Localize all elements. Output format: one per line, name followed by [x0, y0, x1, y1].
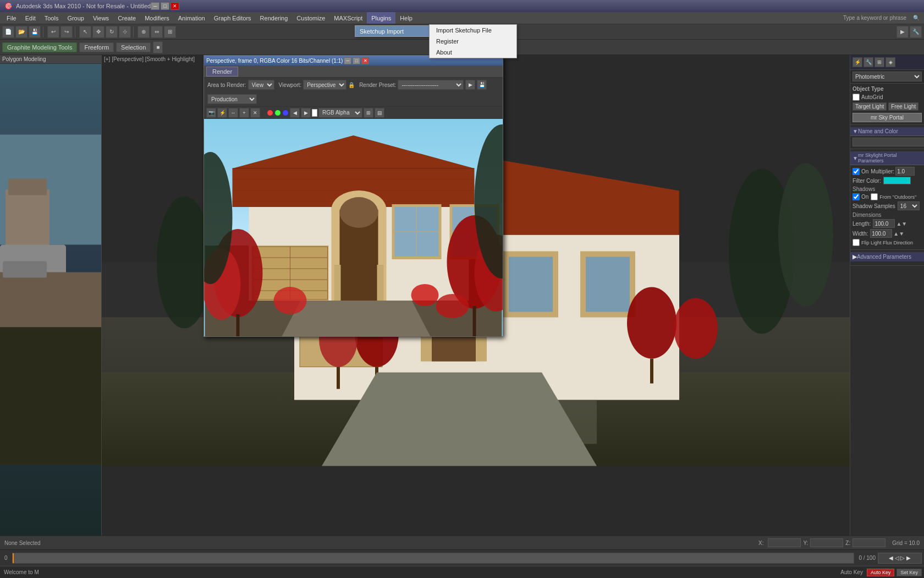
- minimize-button[interactable]: ─: [151, 2, 160, 10]
- register-item[interactable]: Register: [430, 36, 516, 47]
- filter-color-swatch[interactable]: [883, 177, 911, 184]
- channel-right[interactable]: ▶: [301, 108, 311, 118]
- render-setup-btn[interactable]: 🔧: [910, 26, 922, 38]
- target-light-btn[interactable]: Target Light: [853, 102, 887, 111]
- autogrid-checkbox[interactable]: [853, 94, 860, 101]
- width-input[interactable]: [870, 229, 892, 238]
- free-light-btn[interactable]: Free Light: [888, 102, 919, 111]
- rd-tool4[interactable]: +: [239, 108, 249, 118]
- snap-btn[interactable]: ⊕: [138, 26, 150, 38]
- width-spinner[interactable]: ▲▼: [893, 231, 904, 237]
- redo-btn[interactable]: ↪: [61, 26, 73, 38]
- import-sketchup-file[interactable]: Import Sketchup File: [430, 25, 516, 36]
- rgb-alpha-select[interactable]: RGB Alpha: [318, 108, 362, 118]
- menu-plugins[interactable]: Plugins: [367, 12, 395, 24]
- menu-file[interactable]: File: [2, 12, 21, 24]
- channel-left[interactable]: ◀: [290, 108, 300, 118]
- red-dot[interactable]: [267, 110, 273, 116]
- menu-help[interactable]: Help: [395, 12, 417, 24]
- save-btn[interactable]: 💾: [29, 26, 41, 38]
- render-tools: 📷 ⚡ ↔ + ✕ ◀ ▶ RGB Alpha ⊞ ▤: [204, 107, 503, 119]
- graphite-extra[interactable]: ■: [153, 41, 163, 53]
- timeline-bar[interactable]: [12, 553, 855, 564]
- menu-maxscript[interactable]: MAXScript: [329, 12, 367, 24]
- select-btn[interactable]: ↖: [79, 26, 91, 38]
- length-spinner[interactable]: ▲▼: [896, 221, 907, 227]
- name-input[interactable]: [853, 138, 924, 146]
- advanced-section: ▶ Advanced Parameters: [850, 250, 924, 266]
- flip-checkbox[interactable]: [853, 239, 860, 246]
- maximize-button[interactable]: □: [161, 2, 169, 10]
- viewport-select[interactable]: Perspective: [303, 80, 346, 90]
- mr-sky-portal-btn[interactable]: mr Sky Portal: [853, 113, 922, 122]
- menu-edit[interactable]: Edit: [21, 12, 40, 24]
- shadow-samples-select[interactable]: 16: [898, 201, 920, 210]
- freeform-label[interactable]: Freeform: [79, 42, 114, 52]
- advanced-header[interactable]: ▶ Advanced Parameters: [850, 252, 924, 261]
- y-input[interactable]: [810, 538, 843, 547]
- green-dot[interactable]: [274, 110, 281, 116]
- photometric-select[interactable]: Photometric: [853, 72, 922, 81]
- menu-views[interactable]: Views: [89, 12, 113, 24]
- about-item[interactable]: About: [430, 47, 516, 58]
- rd-grid-btn[interactable]: ▤: [375, 108, 384, 118]
- preset-save[interactable]: 💾: [477, 80, 487, 90]
- menu-tools[interactable]: Tools: [40, 12, 63, 24]
- menu-modifiers[interactable]: Modifiers: [140, 12, 174, 24]
- mirror-btn[interactable]: ⇔: [151, 26, 163, 38]
- new-btn[interactable]: 📄: [2, 26, 14, 38]
- preset-load[interactable]: ▶: [465, 80, 475, 90]
- rd-tool3[interactable]: ↔: [228, 108, 238, 118]
- rd-tool5[interactable]: ✕: [250, 108, 260, 118]
- length-input[interactable]: [873, 219, 895, 228]
- rd-frame-btn[interactable]: ⊞: [364, 108, 373, 118]
- playback-controls[interactable]: ◀ ◁ ▷ ▶: [878, 553, 922, 564]
- rotate-btn[interactable]: ↻: [106, 26, 118, 38]
- scale-btn[interactable]: ⊹: [119, 26, 131, 38]
- selection-label[interactable]: Selection: [116, 42, 151, 52]
- blue-dot[interactable]: [282, 110, 289, 116]
- z-input[interactable]: [853, 538, 886, 547]
- y-label: Y:: [803, 540, 808, 546]
- menu-graph-editors[interactable]: Graph Editors: [210, 12, 256, 24]
- name-color-row: [853, 138, 922, 146]
- rd-close[interactable]: ✕: [361, 57, 369, 64]
- preset-label: Render Preset:: [359, 82, 396, 88]
- align-btn[interactable]: ⊞: [164, 26, 176, 38]
- on-multiplier-row: On Multiplier:: [853, 167, 922, 176]
- viewport-area[interactable]: [+] [Perspective] [Smooth + Highlight] P…: [102, 55, 850, 536]
- move-btn[interactable]: ✥: [92, 26, 105, 38]
- menu-animation[interactable]: Animation: [174, 12, 210, 24]
- multiplier-input[interactable]: [895, 167, 915, 176]
- area-select[interactable]: View: [248, 80, 274, 90]
- on-checkbox[interactable]: [853, 168, 860, 175]
- undo-btn[interactable]: ↩: [47, 26, 59, 38]
- menu-customize[interactable]: Customize: [292, 12, 329, 24]
- shadow-samples-row: Shadow Samples 16: [853, 201, 922, 210]
- rd-maximize[interactable]: □: [353, 57, 360, 64]
- menu-group[interactable]: Group: [63, 12, 89, 24]
- rp-icon3[interactable]: ⊞: [875, 57, 884, 67]
- autokey-btn[interactable]: Auto Key: [867, 569, 895, 576]
- rp-icon1[interactable]: ⚡: [853, 57, 862, 67]
- setkey-btn[interactable]: Set Key: [897, 569, 922, 576]
- rd-minimize[interactable]: ─: [344, 57, 351, 64]
- menu-rendering[interactable]: Rendering: [256, 12, 293, 24]
- open-btn[interactable]: 📂: [15, 26, 28, 38]
- name-color-section: ▼ Name and Color: [850, 125, 924, 149]
- rd-tool1[interactable]: 📷: [206, 108, 216, 118]
- preset-select[interactable]: --------------------: [398, 80, 464, 90]
- rd-tool2[interactable]: ⚡: [217, 108, 227, 118]
- svg-rect-68: [473, 306, 476, 336]
- render-btn[interactable]: ▶: [897, 26, 909, 38]
- rp-icon2[interactable]: 🔧: [864, 57, 873, 67]
- rp-icon4[interactable]: ◈: [886, 57, 895, 67]
- x-input[interactable]: [768, 538, 801, 547]
- shadows-on-checkbox[interactable]: [853, 193, 860, 200]
- close-button[interactable]: ✕: [170, 2, 179, 10]
- production-select[interactable]: Production: [207, 94, 257, 104]
- menu-create[interactable]: Create: [113, 12, 140, 24]
- timeline-cursor[interactable]: [13, 553, 14, 563]
- from-outdoors-checkbox[interactable]: [871, 193, 878, 200]
- render-button[interactable]: Render: [206, 67, 238, 77]
